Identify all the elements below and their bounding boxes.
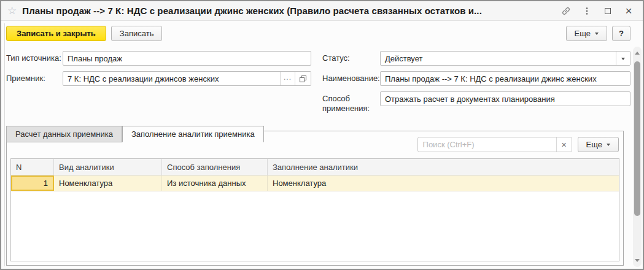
- window-scrollbar[interactable]: [633, 47, 642, 267]
- application-method-field[interactable]: Отражать расчет в документах планировани…: [380, 91, 630, 106]
- analytics-table: N Вид аналитики Способ заполнения Заполн…: [10, 158, 619, 261]
- more-actions-button[interactable]: Еще: [566, 26, 607, 41]
- cell-n[interactable]: 1: [11, 176, 54, 191]
- kebab-menu-icon[interactable]: [581, 6, 592, 17]
- status-dropdown-icon[interactable]: [616, 52, 630, 65]
- status-value: Действует: [381, 54, 616, 63]
- favorite-star-icon[interactable]: ☆: [7, 6, 17, 16]
- tab-panel-analytics-fill: × Еще N Вид аналитики Способ заполнения …: [6, 131, 624, 266]
- cell-analytics-fill[interactable]: Номенклатура: [268, 176, 619, 191]
- chevron-down-icon: [607, 144, 610, 146]
- receiver-open-icon[interactable]: [295, 72, 311, 85]
- name-label: Наименование:: [322, 71, 380, 83]
- column-header-fill-method[interactable]: Способ заполнения: [162, 159, 268, 175]
- title-bar: ☆ Планы продаж --> 7 К: НДС с реализации…: [1, 1, 643, 21]
- source-type-field[interactable]: Планы продаж: [63, 51, 311, 66]
- source-type-value: Планы продаж: [63, 54, 311, 63]
- receiver-value: 7 К: НДС с реализации джинсов женских: [63, 74, 280, 83]
- tab-label: Расчет данных приемника: [15, 129, 113, 139]
- source-type-label: Тип источника:: [6, 51, 63, 63]
- dialog-window: ☆ Планы продаж --> 7 К: НДС с реализации…: [0, 0, 644, 270]
- save-label: Записать: [120, 29, 154, 38]
- get-link-icon[interactable]: [561, 6, 572, 17]
- table-row[interactable]: 1 Номенклатура Из источника данных Номен…: [11, 176, 619, 191]
- status-select[interactable]: Действует: [380, 51, 630, 66]
- tab-strip: Расчет данных приемника Заполнение анали…: [1, 120, 643, 142]
- cell-analytics-type[interactable]: Номенклатура: [54, 176, 162, 191]
- window-title: Планы продаж --> 7 К: НДС с реализации д…: [22, 6, 555, 16]
- command-bar: Записать и закрыть Записать Еще ?: [1, 21, 643, 46]
- receiver-choose-button[interactable]: ...: [280, 72, 295, 85]
- column-header-analytics-fill[interactable]: Заполнение аналитики: [268, 159, 619, 175]
- help-label: ?: [619, 29, 624, 38]
- more-actions-label: Еще: [575, 29, 591, 38]
- maximize-icon[interactable]: [602, 6, 613, 17]
- column-header-analytics-type[interactable]: Вид аналитики: [54, 159, 162, 175]
- scroll-up-icon[interactable]: [635, 52, 640, 55]
- save-and-close-label: Записать и закрыть: [17, 29, 96, 38]
- form-left-separator: [4, 23, 5, 266]
- cell-fill-method[interactable]: Из источника данных: [162, 176, 268, 191]
- name-value: Планы продаж --> 7 К: НДС с реализации д…: [381, 74, 630, 83]
- tab-receiver-analytics-fill[interactable]: Заполнение аналитик приемника: [122, 126, 264, 142]
- close-icon[interactable]: ×: [623, 6, 634, 17]
- column-header-n[interactable]: N: [11, 159, 54, 175]
- receiver-field[interactable]: 7 К: НДС с реализации джинсов женских ..…: [63, 71, 311, 86]
- help-button[interactable]: ?: [612, 26, 630, 41]
- tab-receiver-data-calc[interactable]: Расчет данных приемника: [6, 126, 122, 142]
- save-and-close-button[interactable]: Записать и закрыть: [6, 26, 106, 41]
- save-button[interactable]: Записать: [111, 26, 163, 41]
- status-label: Статус:: [322, 51, 380, 63]
- application-method-label: Способ применения:: [322, 91, 380, 114]
- receiver-label: Приемник:: [6, 71, 63, 83]
- chevron-down-icon: [595, 33, 599, 35]
- table-header: N Вид аналитики Способ заполнения Заполн…: [11, 159, 619, 176]
- form-fields: Тип источника: Планы продаж Приемник: 7 …: [1, 46, 643, 120]
- scroll-down-icon[interactable]: [635, 259, 640, 262]
- name-field[interactable]: Планы продаж --> 7 К: НДС с реализации д…: [380, 71, 630, 86]
- application-method-value: Отражать расчет в документах планировани…: [381, 94, 630, 104]
- tab-label: Заполнение аналитик приемника: [131, 129, 255, 139]
